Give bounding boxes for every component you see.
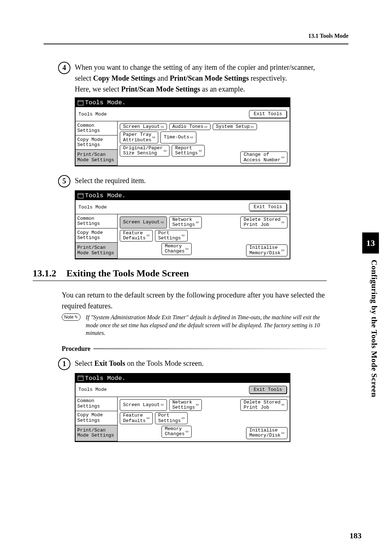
arrow-icon: ▭: [182, 416, 184, 421]
bold-copy-mode: Copy Mode Settings: [93, 74, 156, 82]
tools-icon: [78, 376, 83, 381]
tab-print-scan-mode-settings[interactable]: Print/Scan Mode Settings: [75, 425, 117, 441]
tools-icon: [78, 100, 83, 105]
timeouts-button[interactable]: Time-Outs▭: [160, 131, 196, 143]
delete-stored-print-job-button[interactable]: Delete StoredPrint Job▭: [240, 216, 287, 228]
breadcrumb: Tools Mode: [78, 387, 107, 392]
memory-changes-button[interactable]: MemoryChanges▭: [162, 243, 192, 255]
tab-print-scan-mode-settings[interactable]: Print/Scan Mode Settings: [75, 243, 117, 259]
network-settings-button[interactable]: NetworkSettings▭: [169, 399, 202, 411]
tab-common-settings[interactable]: Common Settings: [75, 397, 117, 411]
tab-common-settings[interactable]: Common Settings: [75, 121, 117, 135]
arrow-icon: ▭: [186, 247, 188, 251]
arrow-icon: ▭: [152, 135, 155, 140]
arrow-icon: ▭: [161, 220, 163, 225]
tab-common-settings[interactable]: Common Settings: [75, 214, 117, 228]
tools-mode-screenshot-3: Tools Mode. Tools Mode Exit Tools Common…: [75, 373, 290, 442]
arrow-icon: ▭: [251, 125, 253, 129]
section-body: You can return to the default screen by …: [62, 289, 327, 311]
header-rule: [44, 44, 348, 44]
arrow-icon: ▭: [196, 220, 199, 225]
step1b-bold: Exit Tools: [94, 359, 125, 367]
sidebar-tabs: Common Settings Copy Mode Settings Print…: [75, 121, 118, 166]
step-number-1: 1: [58, 358, 70, 370]
titlebar: Tools Mode.: [75, 374, 290, 383]
step4-line2b: Print/Scan Mode Settings: [121, 85, 200, 93]
step4-line2c: as an example.: [200, 85, 245, 93]
step4-mid: and: [156, 74, 170, 82]
arrow-icon: ▭: [161, 402, 163, 407]
arrow-icon: ▭: [190, 135, 193, 140]
step5-text: Select the required item.: [75, 175, 327, 186]
bold-print-scan: Print/Scan Mode Settings: [170, 74, 249, 82]
port-settings-button[interactable]: PortSettings▭: [155, 230, 188, 242]
procedure-rule-icon: [93, 348, 327, 349]
arrow-icon: ▭: [161, 125, 163, 129]
arrow-icon: ▭: [282, 402, 284, 407]
arrow-icon: ▭: [196, 402, 199, 407]
titlebar: Tools Mode.: [75, 98, 290, 107]
procedure-heading: Procedure: [62, 345, 327, 353]
tab-copy-mode-settings[interactable]: Copy Mode Settings: [75, 228, 117, 243]
note-icon: ✎: [74, 315, 78, 320]
memory-changes-button[interactable]: MemoryChanges▭: [162, 426, 192, 438]
step-number-5: 5: [58, 175, 70, 187]
feature-defaults-button[interactable]: FeatureDefaults▭: [120, 230, 153, 242]
tab-print-scan-mode-settings[interactable]: Print/Scan Mode Settings: [75, 150, 117, 166]
section-number: 13.1.2: [33, 268, 56, 279]
step1b-suffix: on the Tools Mode screen.: [125, 359, 204, 367]
note-text: If "System Administration Mode Exit Time…: [86, 313, 327, 337]
chapter-label: Configuring by the Tools Mode Screen: [369, 260, 379, 397]
exit-tools-button[interactable]: Exit Tools: [249, 110, 287, 118]
step-4: 4 When you want to change the setting of…: [58, 62, 327, 94]
step-5: 5 Select the required item.: [58, 175, 327, 187]
breadcrumb: Tools Mode: [78, 112, 107, 117]
arrow-icon: ▭: [182, 233, 184, 238]
titlebar-text: Tools Mode.: [85, 375, 126, 382]
screen-layout-button[interactable]: Screen Layout▭: [120, 216, 167, 228]
report-settings-button[interactable]: ReportSettings▭: [172, 145, 205, 157]
tab-copy-mode-settings[interactable]: Copy Mode Settings: [75, 411, 117, 425]
system-setup-button[interactable]: System Setup▭: [213, 123, 257, 130]
section-title: Exiting the Tools Mode Screen: [66, 268, 189, 279]
arrow-icon: ▭: [186, 429, 188, 434]
step-number-4: 4: [58, 62, 70, 74]
tab-copy-mode-settings[interactable]: Copy Mode Settings: [75, 135, 117, 150]
initialise-memory-disk-button[interactable]: InitialiseMemory/Disk▭: [246, 244, 287, 256]
arrow-icon: ▭: [199, 149, 201, 153]
note: Note✎ If "System Administration Mode Exi…: [62, 313, 327, 337]
network-settings-button[interactable]: NetworkSettings▭: [169, 216, 202, 228]
arrow-icon: ▭: [147, 233, 149, 238]
original-paper-size-sensing-button[interactable]: Original/PaperSize Sensing▭: [120, 145, 170, 157]
titlebar-text: Tools Mode.: [85, 99, 126, 106]
screen-layout-button[interactable]: Screen Layout▭: [120, 399, 167, 411]
tools-mode-screenshot-2: Tools Mode. Tools Mode Exit Tools Common…: [75, 190, 290, 259]
exit-tools-button[interactable]: Exit Tools: [249, 386, 287, 394]
breadcrumb: Tools Mode: [78, 204, 107, 210]
change-access-number-button[interactable]: Change ofAccess Number▭: [240, 151, 287, 163]
titlebar: Tools Mode.: [75, 191, 290, 200]
delete-stored-print-job-button[interactable]: Delete StoredPrint Job▭: [240, 399, 287, 411]
port-settings-button[interactable]: PortSettings▭: [155, 412, 188, 424]
initialise-memory-disk-button[interactable]: InitialiseMemory/Disk▭: [246, 427, 287, 439]
step4-suffix: respectively.: [249, 74, 287, 82]
section-rule: [33, 280, 327, 281]
sidebar-tabs: Common Settings Copy Mode Settings Print…: [75, 214, 118, 259]
arrow-icon: ▭: [164, 149, 166, 153]
tools-mode-screenshot-1: Tools Mode. Tools Mode Exit Tools Common…: [75, 97, 290, 166]
screen-layout-button[interactable]: Screen Layout▭: [120, 123, 167, 130]
exit-tools-button[interactable]: Exit Tools: [249, 203, 287, 211]
page-header: 13.1 Tools Mode: [308, 33, 348, 39]
note-badge: Note✎: [62, 313, 81, 321]
arrow-icon: ▭: [204, 125, 207, 129]
chapter-tab: 13: [362, 232, 379, 254]
arrow-icon: ▭: [282, 248, 284, 253]
procedure-step-1: 1 Select Exit Tools on the Tools Mode sc…: [58, 358, 327, 370]
page-number: 183: [350, 531, 362, 540]
arrow-icon: ▭: [282, 155, 284, 160]
step1b-prefix: Select: [75, 359, 94, 367]
audio-tones-button[interactable]: Audio Tones▭: [169, 123, 211, 130]
feature-defaults-button[interactable]: FeatureDefaults▭: [120, 412, 153, 424]
paper-tray-attributes-button[interactable]: Paper TrayAttributes▭: [120, 131, 158, 143]
titlebar-text: Tools Mode.: [85, 192, 126, 199]
